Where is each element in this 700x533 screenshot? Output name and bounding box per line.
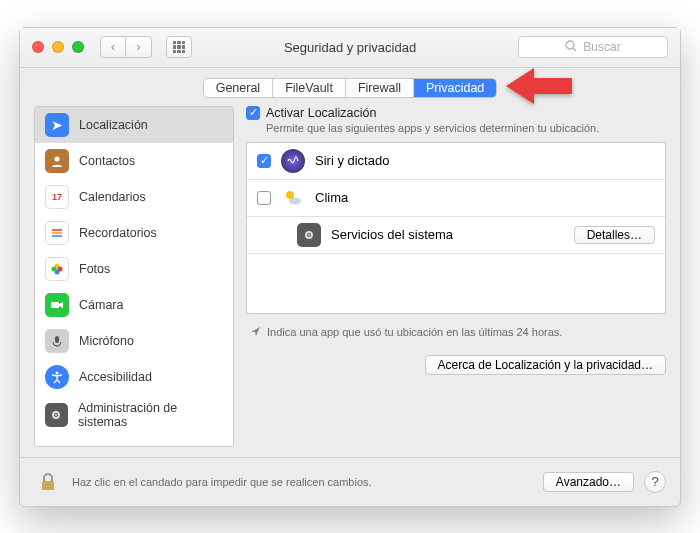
app-checkbox-siri[interactable]: ✓ <box>257 154 271 168</box>
tab-filevault[interactable]: FileVault <box>273 79 346 97</box>
search-icon <box>565 40 577 55</box>
permit-text: Permite que las siguientes apps y servic… <box>266 122 666 134</box>
sidebar-item-label: Administración de sistemas <box>78 401 223 429</box>
show-all-button[interactable] <box>166 36 192 58</box>
calendar-icon: 17 <box>45 185 69 209</box>
app-name: Siri y dictado <box>315 153 389 168</box>
grid-icon <box>173 41 185 53</box>
sidebar-item-label: Cámara <box>79 298 123 312</box>
reminders-icon <box>45 221 69 245</box>
weather-icon <box>281 186 305 210</box>
prefs-window: ‹ › Seguridad y privacidad Buscar Genera… <box>19 27 681 507</box>
sidebar-item-label: Fotos <box>79 262 110 276</box>
camera-icon <box>45 293 69 317</box>
minimize-window-button[interactable] <box>52 41 64 53</box>
svg-point-15 <box>56 371 59 374</box>
sidebar-item-photos[interactable]: Fotos <box>35 251 233 287</box>
chevron-left-icon: ‹ <box>111 40 115 54</box>
activate-location-row: ✓ Activar Localización <box>246 106 666 120</box>
svg-point-10 <box>52 266 57 271</box>
svg-marker-2 <box>506 68 572 104</box>
svg-point-19 <box>289 197 301 204</box>
sidebar-item-camera[interactable]: Cámara <box>35 287 233 323</box>
privacy-sidebar: ➤ Localización Contactos 17 Calendarios … <box>34 106 234 447</box>
back-button[interactable]: ‹ <box>100 36 126 58</box>
sidebar-item-label: Calendarios <box>79 190 146 204</box>
microphone-icon <box>45 329 69 353</box>
zoom-window-button[interactable] <box>72 41 84 53</box>
sidebar-item-label: Micrófono <box>79 334 134 348</box>
tabs-row: General FileVault Firewall Privacidad <box>20 68 680 106</box>
svg-marker-12 <box>59 302 63 308</box>
help-button[interactable]: ? <box>644 471 666 493</box>
system-services-label: Servicios del sistema <box>331 227 453 242</box>
search-input[interactable]: Buscar <box>518 36 668 58</box>
sidebar-item-accessibility[interactable]: Accesibilidad <box>35 359 233 395</box>
traffic-lights <box>32 41 84 53</box>
contacts-icon <box>45 149 69 173</box>
app-checkbox-weather[interactable] <box>257 191 271 205</box>
svg-rect-11 <box>51 302 59 308</box>
note-text: Indica una app que usó tu ubicación en l… <box>267 326 562 338</box>
main-panel: ✓ Activar Localización Permite que las s… <box>246 106 666 447</box>
location-icon: ➤ <box>45 113 69 137</box>
tab-privacy[interactable]: Privacidad <box>414 79 496 97</box>
sidebar-item-label: Recordatorios <box>79 226 157 240</box>
titlebar: ‹ › Seguridad y privacidad Buscar <box>20 28 680 68</box>
sidebar-item-calendars[interactable]: 17 Calendarios <box>35 179 233 215</box>
svg-point-0 <box>566 41 574 49</box>
gear-icon <box>297 223 321 247</box>
app-row-siri: ✓ Siri y dictado <box>247 143 665 180</box>
svg-point-3 <box>55 156 60 161</box>
tabs-segmented: General FileVault Firewall Privacidad <box>203 78 498 98</box>
nav-buttons: ‹ › <box>100 36 152 58</box>
activate-location-checkbox[interactable]: ✓ <box>246 106 260 120</box>
sidebar-item-label: Contactos <box>79 154 135 168</box>
help-icon: ? <box>651 474 658 489</box>
close-window-button[interactable] <box>32 41 44 53</box>
photos-icon <box>45 257 69 281</box>
about-row: Acerca de Localización y la privacidad… <box>246 355 666 375</box>
app-name: Clima <box>315 190 348 205</box>
svg-line-1 <box>573 48 576 51</box>
app-row-system-services: Servicios del sistema Detalles… <box>247 217 665 254</box>
sidebar-item-label: Localización <box>79 118 148 132</box>
apps-list: ✓ Siri y dictado Clima <box>246 142 666 314</box>
sidebar-item-microphone[interactable]: Micrófono <box>35 323 233 359</box>
content-area: ➤ Localización Contactos 17 Calendarios … <box>20 106 680 457</box>
app-row-weather: Clima <box>247 180 665 217</box>
lock-text: Haz clic en el candado para impedir que … <box>72 476 372 488</box>
sidebar-item-contacts[interactable]: Contactos <box>35 143 233 179</box>
lock-button[interactable] <box>34 468 62 496</box>
svg-rect-22 <box>42 481 54 490</box>
gear-icon <box>45 403 68 427</box>
search-placeholder: Buscar <box>583 40 620 54</box>
svg-point-21 <box>308 234 310 236</box>
sidebar-item-reminders[interactable]: Recordatorios <box>35 215 233 251</box>
footer: Haz clic en el candado para impedir que … <box>20 457 680 506</box>
chevron-right-icon: › <box>137 40 141 54</box>
sidebar-item-location[interactable]: ➤ Localización <box>35 107 233 143</box>
forward-button[interactable]: › <box>126 36 152 58</box>
advanced-button[interactable]: Avanzado… <box>543 472 634 492</box>
svg-point-17 <box>55 414 57 416</box>
svg-rect-13 <box>55 336 59 343</box>
location-note: Indica una app que usó tu ubicación en l… <box>246 326 666 339</box>
sidebar-item-label: Accesibilidad <box>79 370 152 384</box>
activate-label: Activar Localización <box>266 106 376 120</box>
tab-general[interactable]: General <box>204 79 273 97</box>
location-arrow-icon <box>250 326 261 339</box>
sidebar-item-system-admin[interactable]: Administración de sistemas <box>35 395 233 435</box>
details-button[interactable]: Detalles… <box>574 226 655 244</box>
footer-right: Avanzado… ? <box>543 471 666 493</box>
siri-icon <box>281 149 305 173</box>
tab-firewall[interactable]: Firewall <box>346 79 414 97</box>
accessibility-icon <box>45 365 69 389</box>
about-location-button[interactable]: Acerca de Localización y la privacidad… <box>425 355 666 375</box>
